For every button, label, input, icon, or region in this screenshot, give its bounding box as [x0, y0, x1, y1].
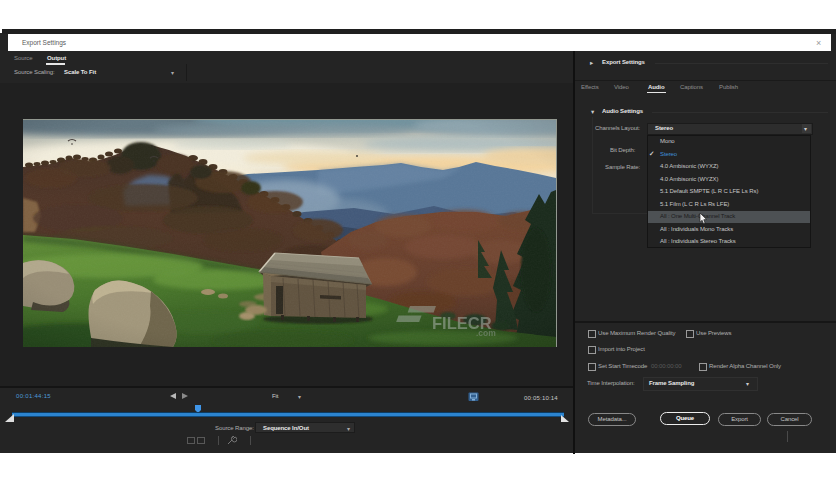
svg-text:.com: .com	[476, 328, 496, 338]
